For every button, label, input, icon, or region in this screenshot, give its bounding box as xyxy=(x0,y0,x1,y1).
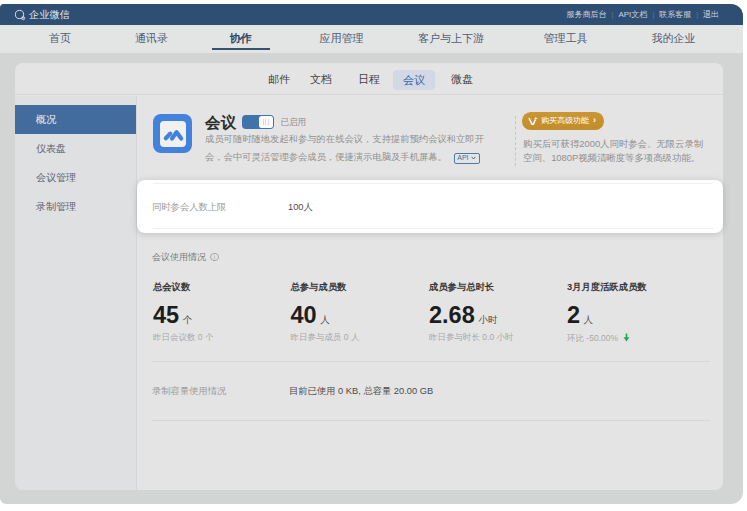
admin-window: 企业微信 服务商后台 | API文档 | 联系客服 | 退出 首页 通讯录 协作… xyxy=(0,4,743,504)
nav-item-company[interactable]: 我的企业 xyxy=(652,32,696,44)
topbar-link-api-docs[interactable]: API文档 xyxy=(618,9,647,20)
stat-value: 2 xyxy=(567,302,580,328)
stat-number-row: 2人 xyxy=(567,303,593,327)
feature-tabs: 邮件 文档 日程 会议 微盘 xyxy=(15,63,723,95)
tab-docs[interactable]: 文档 xyxy=(310,74,332,85)
topbar-separator: | xyxy=(652,11,654,18)
stat-total-meetings: 总会议数 45个 昨日会议数 0 个 xyxy=(153,282,285,292)
stat-number-row: 40人 xyxy=(291,303,330,327)
nav-item-customers[interactable]: 客户与上下游 xyxy=(418,32,484,44)
app-status-label: 已启用 xyxy=(281,118,307,127)
brand: 企业微信 xyxy=(14,4,70,25)
stat-value: 40 xyxy=(291,302,317,328)
section-divider xyxy=(152,420,710,421)
toggle-knob xyxy=(259,116,273,128)
sidebar-item-meeting-mgmt[interactable]: 会议管理 xyxy=(15,163,136,192)
stat-monthly-active: 3月月度活跃成员数 2人 环比 -50.00% xyxy=(567,282,699,292)
screenshot-stage: 企业微信 服务商后台 | API文档 | 联系客服 | 退出 首页 通讯录 协作… xyxy=(0,0,747,511)
stat-label: 总会议数 xyxy=(153,282,285,292)
stat-value: 2.68 xyxy=(429,302,475,328)
chevron-right-icon: › xyxy=(593,116,596,125)
tab-mail[interactable]: 邮件 xyxy=(268,74,290,85)
sidebar-spacer xyxy=(15,96,136,105)
usage-section-title: 会议使用情况i xyxy=(152,252,219,262)
premium-description: 购买后可获得2000人同时参会、无限云录制 空间、1080P视频清晰度等多项高级… xyxy=(523,137,723,166)
nav-item-tools[interactable]: 管理工具 xyxy=(544,32,588,44)
buy-premium-button[interactable]: 购买高级功能 › xyxy=(522,112,604,130)
topbar-link-logout[interactable]: 退出 xyxy=(703,9,719,20)
meeting-glyph-icon xyxy=(153,114,192,153)
stat-unit: 人 xyxy=(584,314,594,325)
section-divider xyxy=(152,361,710,362)
usage-title-text: 会议使用情况 xyxy=(152,252,206,262)
api-dropdown-button[interactable]: API xyxy=(454,153,480,164)
row-bottom-border-line xyxy=(153,228,713,229)
stat-label: 3月月度活跃成员数 xyxy=(567,282,699,292)
limit-row-label: 同时参会人数上限 xyxy=(152,202,226,212)
meeting-app-icon xyxy=(153,114,192,153)
limit-row-value: 100人 xyxy=(288,202,313,212)
topbar-link-provider[interactable]: 服务商后台 xyxy=(567,9,607,20)
stat-unit: 个 xyxy=(183,314,193,325)
api-button-label: API xyxy=(457,154,468,161)
sidebar: 概况 仪表盘 会议管理 录制管理 xyxy=(15,96,137,490)
info-icon[interactable]: i xyxy=(210,253,219,262)
brand-name: 企业微信 xyxy=(29,8,70,22)
nav-item-collaboration[interactable]: 协作 xyxy=(230,32,252,44)
stat-label: 成员参与总时长 xyxy=(429,282,561,292)
stat-unit: 小时 xyxy=(478,314,497,325)
topbar-link-support[interactable]: 联系客服 xyxy=(659,9,691,20)
stat-value: 45 xyxy=(153,302,179,328)
stat-number-row: 45个 xyxy=(153,303,192,327)
tab-calendar[interactable]: 日程 xyxy=(358,74,380,85)
tab-meeting[interactable]: 会议 xyxy=(393,70,435,90)
tab-drive[interactable]: 微盘 xyxy=(451,74,473,85)
stat-number-row: 2.68小时 xyxy=(429,303,497,327)
sidebar-item-dashboard[interactable]: 仪表盘 xyxy=(15,134,136,163)
wework-logo-icon xyxy=(14,9,26,21)
vertical-dashed-divider xyxy=(515,116,516,166)
premium-v-icon xyxy=(528,116,538,126)
content-panel: 邮件 文档 日程 会议 微盘 概况 仪表盘 会议管理 录制管理 xyxy=(15,63,723,490)
topbar-links: 服务商后台 | API文档 | 联系客服 | 退出 xyxy=(567,4,719,25)
sidebar-item-recording-mgmt[interactable]: 录制管理 xyxy=(15,192,136,221)
stat-sub: 昨日会议数 0 个 xyxy=(153,333,213,342)
buy-premium-label: 购买高级功能 xyxy=(541,115,589,126)
stat-total-duration: 成员参与总时长 2.68小时 昨日参与时长 0.0 小时 xyxy=(429,282,561,292)
nav-item-apps[interactable]: 应用管理 xyxy=(320,32,364,44)
stat-label: 总参与成员数 xyxy=(291,282,423,292)
stat-unit: 人 xyxy=(320,314,330,325)
premium-description-line1: 购买后可获得2000人同时参会、无限云录制 xyxy=(523,137,723,152)
recording-usage-value: 目前已使用 0 KB, 总容量 20.00 GB xyxy=(289,386,433,396)
app-description-line2: 会，会中可灵活管理参会成员，便捷演示电脑及手机屏幕。API xyxy=(205,148,497,166)
chevron-down-icon xyxy=(471,156,476,160)
sidebar-item-overview[interactable]: 概况 xyxy=(15,105,136,134)
app-description-line2-text: 会，会中可灵活管理参会成员，便捷演示电脑及手机屏幕。 xyxy=(205,152,447,162)
app-description-line1: 成员可随时随地发起和参与的在线会议，支持提前预约会议和立即开 xyxy=(205,130,497,148)
row-top-border-line xyxy=(153,183,713,184)
nav-item-contacts[interactable]: 通讯录 xyxy=(135,32,168,44)
stat-sub: 昨日参与成员 0 人 xyxy=(291,333,360,342)
app-enabled-toggle[interactable] xyxy=(242,115,274,130)
trend-down-arrow-icon xyxy=(623,333,630,342)
main-nav: 首页 通讯录 协作 应用管理 客户与上下游 管理工具 我的企业 xyxy=(0,25,743,53)
stat-sub: 环比 -50.00% xyxy=(567,333,630,343)
stat-total-participants: 总参与成员数 40人 昨日参与成员 0 人 xyxy=(291,282,423,292)
topbar-separator: | xyxy=(612,11,614,18)
stat-sub: 昨日参与时长 0.0 小时 xyxy=(429,333,514,342)
app-title: 会议 xyxy=(205,115,236,131)
nav-item-home[interactable]: 首页 xyxy=(49,32,71,44)
recording-usage-label: 录制容量使用情况 xyxy=(152,386,226,396)
app-description: 成员可随时随地发起和参与的在线会议，支持提前预约会议和立即开 会，会中可灵活管理… xyxy=(205,130,497,166)
stat-sub-text: 环比 -50.00% xyxy=(567,333,618,343)
topbar: 企业微信 服务商后台 | API文档 | 联系客服 | 退出 xyxy=(0,4,743,25)
topbar-separator: | xyxy=(696,11,698,18)
premium-description-line2: 空间、1080P视频清晰度等多项高级功能。 xyxy=(523,151,723,166)
